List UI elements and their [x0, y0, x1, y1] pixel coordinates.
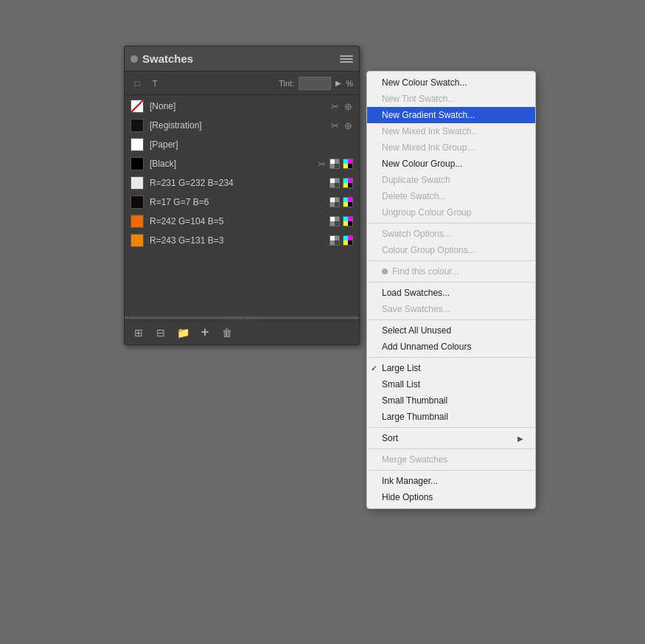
panel-titlebar: Swatches — [125, 46, 359, 72]
swatch-row[interactable]: [Paper] — [125, 135, 359, 154]
menu-item-label: Load Swatches... — [382, 288, 450, 298]
menu-divider — [367, 282, 535, 283]
swatch-color-box — [130, 138, 144, 151]
menu-item-label: Merge Swatches — [382, 454, 447, 465]
tint-input[interactable] — [299, 77, 331, 90]
menu-item-new-mixed-ink-group: New Mixed Ink Group... — [367, 139, 535, 156]
add-swatch-button[interactable]: + — [197, 325, 213, 341]
menu-divider — [367, 260, 535, 261]
menu-item-merge-swatches: Merge Swatches — [367, 451, 535, 468]
menu-item-label: Find this colour... — [392, 266, 459, 277]
menu-item-label: Small Thumbnail — [382, 395, 447, 406]
menu-item-large-thumbnail[interactable]: Large Thumbnail — [367, 409, 535, 425]
swatch-type-icon — [343, 178, 353, 188]
swatch-color-box — [130, 195, 144, 209]
cmyk-icon — [343, 235, 353, 246]
swatch-name-label: R=17 G=7 B=6 — [150, 197, 330, 207]
swatch-type-icon — [343, 159, 353, 169]
menu-item-label: Sort — [382, 433, 398, 443]
panel-menu-button[interactable] — [340, 54, 353, 64]
swatch-process-icon — [330, 197, 340, 207]
menu-item-new-gradient-swatch[interactable]: New Gradient Swatch... — [367, 107, 535, 123]
menu-item-colour-group-options: Colour Group Options... — [367, 242, 535, 258]
delete-swatch-button[interactable]: 🗑 — [219, 325, 235, 341]
swatch-row[interactable]: R=243 G=131 B=3 — [125, 231, 359, 250]
swatch-icons-group — [330, 216, 353, 226]
menu-item-label: Swatch Options... — [382, 229, 451, 239]
menu-item-ungroup-colour-group: Ungroup Colour Group — [367, 204, 535, 221]
swatch-row[interactable]: R=17 G=7 B=6 — [125, 193, 359, 212]
process-grid — [330, 197, 340, 207]
process-grid — [330, 216, 340, 226]
swatch-icons-group: ✂ — [316, 159, 353, 169]
menu-item-label: Small List — [382, 379, 420, 389]
swatch-color-box — [130, 119, 144, 132]
swatch-row[interactable]: R=242 G=104 B=5 — [125, 212, 359, 231]
menu-item-swatch-options: Swatch Options... — [367, 226, 535, 242]
menu-item-add-unnamed-colours[interactable]: Add Unnamed Colours — [367, 339, 535, 355]
menu-item-large-list[interactable]: ✓Large List — [367, 360, 535, 376]
close-button[interactable] — [130, 55, 138, 63]
swatch-name-label: R=231 G=232 B=234 — [150, 178, 330, 188]
menu-item-duplicate-swatch: Duplicate Swatch — [367, 172, 535, 188]
menu-item-label: Large Thumbnail — [382, 412, 448, 422]
menu-item-label: Select All Unused — [382, 325, 451, 336]
swatch-type-icon — [343, 197, 353, 207]
folder-icon[interactable]: 📁 — [175, 325, 191, 341]
menu-item-new-colour-group[interactable]: New Colour Group... — [367, 156, 535, 172]
menu-item-label: Colour Group Options... — [382, 245, 475, 255]
swatch-name-label: [None] — [150, 101, 330, 111]
swatch-process-icon — [330, 159, 340, 169]
menu-item-load-swatches[interactable]: Load Swatches... — [367, 285, 535, 301]
swatches-panel: Swatches □ T Tint: ▶ % [None]✂⊕[Registra… — [124, 46, 360, 345]
swatch-name-label: R=242 G=104 B=5 — [150, 216, 330, 226]
submenu-arrow-icon: ▶ — [517, 434, 523, 443]
menu-item-label: New Tint Swatch... — [382, 94, 455, 104]
swatch-row[interactable]: [None]✂⊕ — [125, 97, 359, 116]
tint-arrow-icon: ▶ — [335, 79, 341, 87]
menu-item-save-swatches: Save Swatches... — [367, 301, 535, 317]
swatch-process-icon — [330, 235, 340, 246]
swatch-color-box — [130, 157, 144, 170]
menu-item-ink-manager[interactable]: Ink Manager... — [367, 473, 535, 489]
swatch-icons-group: ✂⊕ — [330, 120, 353, 131]
menu-item-new-colour-swatch[interactable]: New Colour Swatch... — [367, 75, 535, 91]
swatch-row[interactable]: [Registration]✂⊕ — [125, 116, 359, 135]
menu-item-small-list[interactable]: Small List — [367, 376, 535, 392]
swatch-process-icon — [330, 216, 340, 226]
tint-label: Tint: — [279, 79, 294, 88]
grid-view-icon[interactable]: ⊟ — [153, 325, 169, 341]
swatch-view-icon[interactable]: □ — [130, 77, 144, 90]
process-grid — [330, 178, 340, 188]
menu-item-new-tint-swatch: New Tint Swatch... — [367, 91, 535, 107]
process-grid — [330, 159, 340, 169]
menu-item-label: Hide Options — [382, 492, 433, 502]
cmyk-icon — [343, 216, 353, 226]
context-menu: New Colour Swatch...New Tint Swatch...Ne… — [366, 71, 536, 509]
fit-page-icon[interactable]: ⊞ — [130, 325, 147, 341]
swatch-name-label: [Paper] — [150, 139, 353, 150]
menu-divider — [367, 449, 535, 449]
menu-item-hide-options[interactable]: Hide Options — [367, 489, 535, 505]
cmyk-icon — [343, 178, 353, 188]
swatch-row[interactable]: R=231 G=232 B=234 — [125, 173, 359, 193]
crosshair-icon: ⊕ — [343, 120, 353, 131]
menu-item-small-thumbnail[interactable]: Small Thumbnail — [367, 392, 535, 409]
menu-divider — [367, 470, 535, 471]
swatch-row[interactable]: [Black]✂ — [125, 154, 359, 173]
tint-icon[interactable]: T — [148, 77, 161, 90]
swatch-name-label: R=243 G=131 B=3 — [150, 235, 330, 246]
menu-item-label: Ungroup Colour Group — [382, 207, 471, 218]
swatch-type-icon — [343, 235, 353, 246]
swatch-name-label: [Registration] — [150, 120, 330, 131]
swatch-type-icon — [343, 216, 353, 226]
menu-item-select-all-unused[interactable]: Select All Unused — [367, 322, 535, 339]
menu-divider — [367, 357, 535, 358]
menu-item-sort[interactable]: Sort▶ — [367, 430, 535, 446]
menu-item-label: Large List — [382, 363, 421, 373]
swatch-icons-group: ✂⊕ — [330, 101, 353, 111]
menu-item-find-this-colour: Find this colour... — [367, 263, 535, 280]
crosshair-icon: ⊕ — [343, 101, 353, 111]
menu-item-delete-swatch: Delete Swatch... — [367, 188, 535, 204]
swatch-icons-group — [330, 178, 353, 188]
